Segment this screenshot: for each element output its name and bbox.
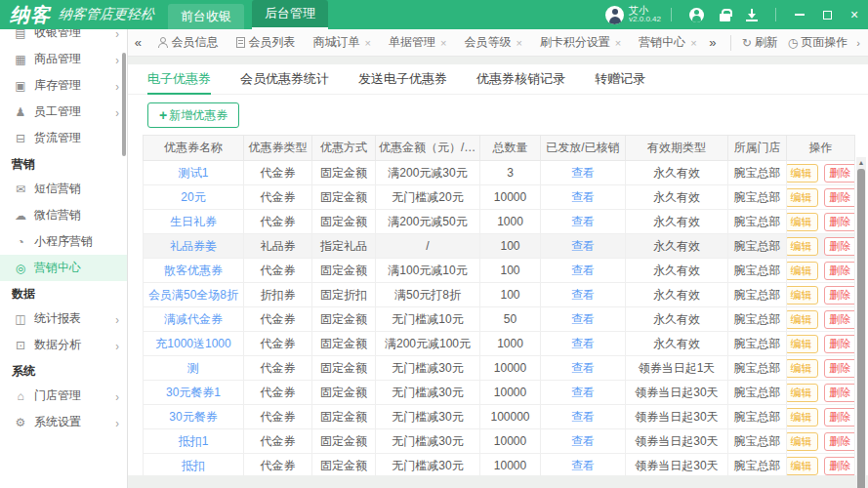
nav-tab-backoffice[interactable]: 后台管理: [252, 0, 328, 29]
close-button[interactable]: ×: [841, 0, 868, 29]
sidebar-item-cashier-mgmt[interactable]: ▤收银管理›: [0, 29, 127, 46]
content-scrollbar[interactable]: ▲ ▼: [856, 157, 866, 488]
subtab-coupon-verify-records[interactable]: 优惠券核销记录: [476, 64, 565, 95]
tabs-scroll-left-button[interactable]: «: [128, 29, 148, 56]
edit-button[interactable]: 编辑: [787, 213, 818, 231]
scrollbar-thumb[interactable]: [857, 169, 865, 488]
sidebar-scrollbar[interactable]: [122, 53, 126, 156]
refresh-button[interactable]: ↻ 刷新: [742, 34, 778, 51]
edit-button[interactable]: 编辑: [787, 237, 818, 256]
sidebar-item-data-analysis[interactable]: ⊡数据分析›: [0, 332, 127, 358]
scroll-up-icon[interactable]: ▲: [858, 157, 865, 168]
close-icon[interactable]: ×: [516, 37, 521, 49]
view-link[interactable]: 查看: [571, 337, 595, 350]
coupon-name-link[interactable]: 抵扣: [182, 459, 205, 472]
edit-button[interactable]: 编辑: [787, 286, 818, 305]
nav-tab-frontdesk[interactable]: 前台收银: [168, 4, 244, 29]
sidebar-item-logistics-mgmt[interactable]: ⊟货流管理: [0, 125, 127, 151]
delete-button[interactable]: 删除: [824, 213, 855, 231]
download-icon[interactable]: [746, 9, 758, 21]
subtab-e-coupon[interactable]: 电子优惠券: [147, 64, 211, 95]
view-link[interactable]: 查看: [571, 190, 595, 204]
delete-button[interactable]: 删除: [824, 384, 855, 402]
view-link[interactable]: 查看: [571, 288, 595, 302]
sidebar-item-goods-mgmt[interactable]: ▦商品管理›: [0, 46, 127, 72]
support-icon[interactable]: [689, 8, 704, 22]
delete-button[interactable]: 删除: [824, 286, 855, 305]
sidebar-item-store-mgmt[interactable]: ⌂门店管理›: [0, 383, 127, 409]
coupon-name-link[interactable]: 测试1: [179, 166, 209, 180]
chevron-right-icon[interactable]: ›: [856, 37, 860, 49]
subtab-member-coupon-stats[interactable]: 会员优惠券统计: [240, 64, 329, 95]
subtab-send-e-coupon[interactable]: 发送电子优惠券: [358, 64, 447, 95]
coupon-name-link[interactable]: 30元餐券1: [166, 386, 221, 399]
sidebar-item-marketing-center[interactable]: ◎营销中心: [0, 255, 127, 281]
lock-icon[interactable]: [720, 9, 730, 21]
sidebar-item-staff-mgmt[interactable]: ♟员工管理›: [0, 99, 127, 125]
edit-button[interactable]: 编辑: [787, 164, 818, 183]
coupon-name-link[interactable]: 会员满50全场8折: [148, 288, 238, 302]
coupon-name-link[interactable]: 充1000送1000: [155, 337, 230, 350]
user-avatar[interactable]: [605, 6, 624, 24]
delete-button[interactable]: 删除: [824, 457, 855, 475]
view-link[interactable]: 查看: [571, 410, 595, 424]
view-link[interactable]: 查看: [571, 239, 595, 253]
delete-button[interactable]: 删除: [824, 237, 855, 256]
coupon-name-link[interactable]: 抵扣1: [179, 434, 209, 448]
maximize-button[interactable]: [813, 0, 841, 29]
delete-button[interactable]: 删除: [824, 310, 855, 329]
sidebar-item-inventory-mgmt[interactable]: ▣库存管理›: [0, 72, 127, 99]
tab-member-level[interactable]: 会员等级×: [455, 29, 530, 56]
tab-card-points-settings[interactable]: 刷卡积分设置×: [531, 29, 630, 56]
view-link[interactable]: 查看: [571, 312, 595, 326]
close-icon[interactable]: ×: [365, 37, 371, 49]
view-link[interactable]: 查看: [571, 215, 595, 228]
sidebar-item-stat-reports[interactable]: ◫统计报表›: [0, 305, 127, 332]
view-link[interactable]: 查看: [571, 166, 595, 180]
edit-button[interactable]: 编辑: [787, 335, 818, 353]
delete-button[interactable]: 删除: [824, 359, 855, 378]
delete-button[interactable]: 删除: [824, 432, 855, 451]
edit-button[interactable]: 编辑: [787, 432, 818, 451]
delete-button[interactable]: 删除: [824, 188, 855, 207]
edit-button[interactable]: 编辑: [787, 359, 818, 378]
view-link[interactable]: 查看: [571, 434, 595, 448]
delete-button[interactable]: 删除: [824, 262, 855, 280]
coupon-name-link[interactable]: 生日礼券: [170, 215, 217, 228]
delete-button[interactable]: 删除: [824, 335, 855, 353]
sidebar-item-sms-marketing[interactable]: ✉短信营销: [0, 176, 127, 202]
page-ops-button[interactable]: ◷ 页面操作: [788, 34, 847, 51]
edit-button[interactable]: 编辑: [787, 310, 818, 329]
sidebar-item-wechat-marketing[interactable]: ☁微信营销: [0, 202, 127, 228]
tabs-scroll-right-button[interactable]: »: [701, 35, 724, 50]
edit-button[interactable]: 编辑: [787, 188, 818, 207]
view-link[interactable]: 查看: [571, 386, 595, 399]
tab-marketing-center[interactable]: 营销中心×: [630, 29, 701, 56]
coupon-name-link[interactable]: 满减代金券: [164, 312, 223, 326]
coupon-name-link[interactable]: 测: [187, 361, 199, 375]
sidebar-item-system-settings[interactable]: ⚙系统设置›: [0, 409, 127, 435]
user-info[interactable]: 艾小 v2.0.0.42: [629, 5, 661, 24]
edit-button[interactable]: 编辑: [787, 262, 818, 280]
coupon-name-link[interactable]: 礼品券姜: [170, 239, 217, 253]
tab-member-info[interactable]: 会员信息: [148, 29, 227, 56]
edit-button[interactable]: 编辑: [787, 384, 818, 402]
view-link[interactable]: 查看: [571, 361, 595, 375]
minimize-button[interactable]: [786, 0, 813, 29]
close-icon[interactable]: ×: [690, 37, 696, 49]
view-link[interactable]: 查看: [571, 459, 595, 472]
edit-button[interactable]: 编辑: [787, 457, 818, 475]
tab-member-list[interactable]: 会员列表: [227, 29, 305, 56]
sidebar-item-miniprogram-marketing[interactable]: ◔小程序营销: [0, 228, 127, 255]
delete-button[interactable]: 删除: [824, 408, 855, 427]
delete-button[interactable]: 删除: [824, 164, 855, 183]
subtab-transfer-records[interactable]: 转赠记录: [595, 64, 645, 95]
tab-mall-orders[interactable]: 商城订单×: [305, 29, 380, 56]
close-icon[interactable]: ×: [615, 37, 621, 49]
add-coupon-button[interactable]: + 新增优惠券: [147, 102, 239, 128]
coupon-name-link[interactable]: 散客优惠券: [164, 264, 223, 277]
coupon-name-link[interactable]: 20元: [181, 190, 205, 204]
tab-doc-mgmt[interactable]: 单据管理×: [380, 29, 455, 56]
edit-button[interactable]: 编辑: [787, 408, 818, 427]
view-link[interactable]: 查看: [571, 264, 595, 277]
